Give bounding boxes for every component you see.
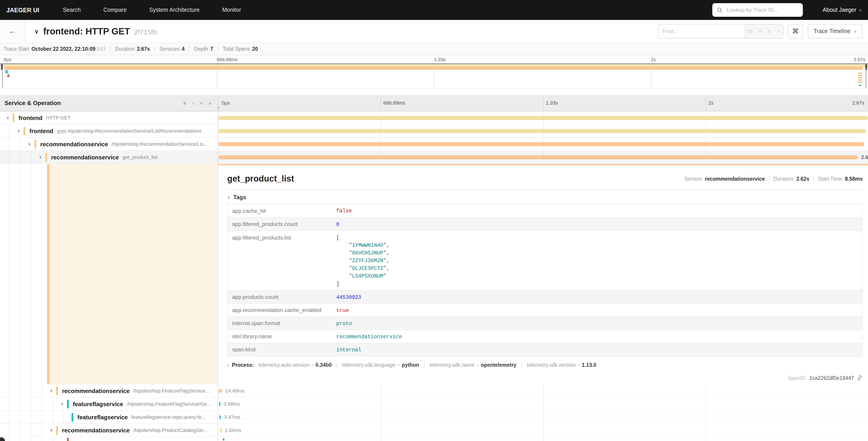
focus-target-icon[interactable]: ◎ [748, 28, 753, 34]
span-duration: 2.62s [861, 154, 868, 160]
start-time-label: Start Time: [818, 176, 843, 182]
minimap-tick: 666.89ms [217, 57, 238, 62]
find-buttons: ◎ ∧ ∨ × [745, 24, 783, 38]
span-row-selected[interactable]: ∨ recommendationservice get_product_list… [0, 151, 868, 164]
tag-row[interactable]: internal.span.format proto [228, 317, 862, 330]
chevron-down-icon[interactable]: ∨ [50, 428, 56, 432]
span-bar[interactable] [219, 155, 858, 159]
back-button[interactable]: ← [0, 20, 25, 42]
keyboard-shortcuts-button[interactable]: ⌘ [788, 24, 803, 38]
minimap-span-bar [858, 82, 862, 83]
trace-id-lookup-input[interactable] [726, 6, 798, 13]
span-row[interactable]: ∨ frontend HTTP GET [0, 111, 868, 124]
span-bar[interactable] [223, 438, 224, 441]
span-duration: 3.68ms [223, 401, 240, 407]
chevron-down-icon: ∨ [854, 29, 857, 33]
span-bar[interactable] [218, 129, 866, 133]
chevron-down-icon[interactable]: ∨ [28, 142, 34, 146]
duration-label: Duration [115, 46, 135, 52]
span-bar[interactable] [219, 389, 222, 393]
minimap-left-handle[interactable] [1, 64, 3, 70]
minimap-span-bar [858, 75, 862, 76]
trace-id-lookup [712, 3, 803, 17]
find-group: ◎ ∧ ∨ × [658, 24, 783, 38]
about-jaeger-menu[interactable]: About Jaeger ∨ [823, 7, 862, 13]
axis-tick: 666.89ms [383, 100, 405, 106]
find-input[interactable] [658, 24, 745, 38]
span-detail-meta: Service: recommendationservice Duration:… [684, 176, 863, 182]
minimap-span-bar [3, 65, 868, 67]
chevron-down-icon[interactable]: ∨ [6, 115, 13, 120]
link-icon[interactable] [857, 375, 863, 381]
tag-row[interactable]: app.filtered_products.count 8 [228, 217, 862, 231]
tag-row[interactable]: otel.library.name recommendationservice [228, 330, 862, 343]
nav-item-search[interactable]: Search [63, 7, 81, 13]
span-row[interactable]: featureflagservice featureflagservice.re… [0, 411, 868, 424]
span-duration: 1.04ms [225, 428, 241, 433]
span-row[interactable]: ∨ frontend grpc.hipstershop.Recommendati… [0, 124, 868, 138]
tag-row[interactable]: app.products.count 44530923 [228, 290, 862, 303]
trace-minimap[interactable] [0, 63, 868, 89]
total-spans-value: 20 [252, 46, 258, 52]
tag-row[interactable]: app.filtered_products.list [ "1YMWWN1N4O… [228, 231, 862, 290]
span-bar[interactable] [219, 142, 865, 146]
prev-result-icon[interactable]: ∧ [758, 28, 762, 34]
span-operation: /hipstershop.RecommendationService/Lis..… [112, 141, 208, 147]
collapse-trace-chevron-icon[interactable]: ∨ [34, 28, 39, 35]
span-detail-row: get_product_list Service: recommendation… [0, 164, 868, 384]
tag-row[interactable]: span.kind internal [228, 343, 862, 356]
chevron-down-icon[interactable]: ∨ [61, 402, 67, 406]
duration-value: 2.62s [796, 176, 809, 182]
brand-link[interactable]: JAEGER UI [6, 6, 39, 13]
span-detail-highlight [49, 164, 218, 384]
chevron-down-icon: ∨ [859, 8, 862, 12]
service-operation-header: Service & Operation ∨ › » » ‖ [0, 95, 218, 111]
span-bar[interactable] [219, 415, 221, 419]
span-service: frontend [29, 127, 53, 134]
tag-key: app.filtered_products.list [228, 234, 336, 241]
process-row[interactable]: › Process: telemetry.auto.version=0.34b0… [227, 362, 868, 368]
minimap-right-handle[interactable] [865, 64, 867, 70]
span-row[interactable]: ∨ featureflagservice /hipstershop.Featur… [0, 398, 868, 411]
next-result-icon[interactable]: ∨ [768, 28, 772, 34]
timeline-header-row: Service & Operation ∨ › » » ‖ 0μs 666.89… [0, 95, 868, 111]
span-row[interactable]: ∨ recommendationservice /hipstershop.Pro… [0, 424, 868, 437]
chevron-down-icon[interactable]: ∨ [17, 128, 24, 133]
minimap-span-bar [859, 85, 861, 86]
service-label: Service: [684, 176, 703, 182]
nav-item-compare[interactable]: Compare [103, 7, 127, 13]
nav-item-system-architecture[interactable]: System Architecture [149, 7, 199, 13]
tag-row[interactable]: app.cache_hit false [228, 204, 862, 217]
span-bar[interactable] [220, 428, 221, 432]
chevron-down-icon[interactable]: ∨ [50, 388, 56, 393]
tag-key: otel.library.name [228, 333, 336, 340]
span-service: recommendationservice [62, 427, 130, 434]
collapse-one-icon[interactable]: ∨ [183, 100, 186, 106]
panel-resize-handle[interactable]: ‖ [218, 106, 220, 110]
span-operation: featureflagservice.repo.query:fe... [131, 414, 206, 420]
expand-one-icon[interactable]: › [192, 100, 194, 106]
tag-value: recommendationservice [336, 333, 402, 340]
span-bar[interactable] [219, 402, 220, 406]
chevron-down-icon[interactable]: ∨ [39, 155, 45, 159]
span-row[interactable]: ∨ recommendationservice /hipstershop.Fea… [0, 384, 868, 398]
collapse-all-icon[interactable]: » [199, 101, 204, 105]
service-color-bar [71, 413, 73, 421]
minimap-span-bar [858, 79, 862, 81]
trace-id-short: 2f715fb [134, 28, 157, 35]
tags-toggle[interactable]: ∨ Tags [227, 194, 868, 201]
tag-row[interactable]: app.recommendation.cache_enabled true [228, 303, 862, 317]
service-color-bar [34, 140, 36, 148]
span-detail-accent-stripe [47, 164, 49, 384]
service-color-bar [56, 426, 58, 435]
start-time-value: 8.58ms [845, 176, 863, 182]
view-selector-button[interactable]: Trace Timeline ∨ [808, 24, 863, 38]
span-service: featureflagservice [73, 401, 123, 407]
span-bar[interactable] [218, 116, 868, 120]
nav-item-monitor[interactable]: Monitor [222, 7, 241, 13]
span-row[interactable] [0, 437, 868, 441]
trace-summary-bar: Trace Start October 22 2022, 22:10:09.54… [0, 43, 868, 55]
clear-find-icon[interactable]: × [777, 28, 780, 34]
span-row[interactable]: ∨ recommendationservice /hipstershop.Rec… [0, 138, 868, 151]
expand-all-icon[interactable]: » [209, 100, 211, 106]
